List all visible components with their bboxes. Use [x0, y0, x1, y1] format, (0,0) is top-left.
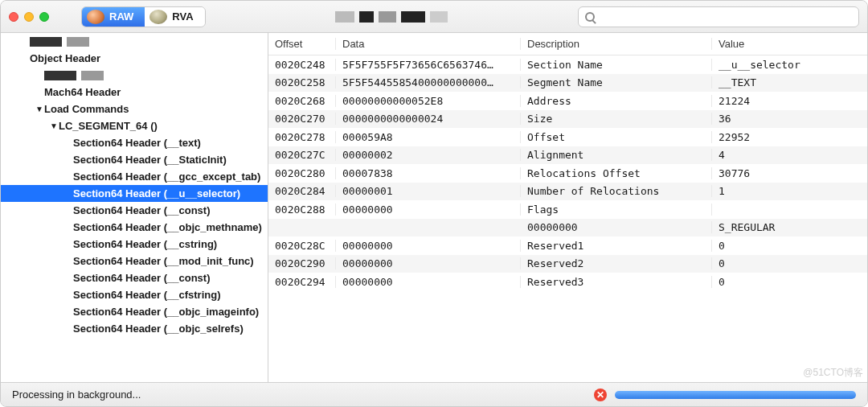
cell-offset: 0020C27C [268, 149, 336, 161]
search-icon [585, 12, 595, 22]
table-row[interactable]: 0020C2700000000000000024Size36 [268, 110, 867, 129]
cell-description: Reserved2 [521, 257, 712, 269]
tree-item[interactable]: Section64 Header (__objc_imageinfo) [1, 303, 268, 320]
table-row[interactable]: 0020C28C00000000Reserved10 [268, 236, 867, 255]
cell-data: 00000000 [336, 276, 521, 288]
table-row[interactable]: 00000000S_REGULAR [268, 219, 867, 237]
tree-item[interactable]: ▼LC_SEGMENT_64 () [1, 117, 268, 134]
tree-item-label: Section64 Header (__cstring) [73, 238, 217, 250]
cell-data: 00000000 [336, 204, 521, 216]
cell-description: Relocations Offset [521, 167, 712, 179]
cell-offset: 0020C278 [268, 131, 336, 143]
tree-item-label: Mach64 Header [44, 86, 121, 98]
tree-item[interactable]: Mach64 Header [1, 84, 268, 101]
cell-value: 22952 [712, 131, 867, 143]
tree-item-label: Section64 Header (__u__selector) [73, 187, 240, 199]
cell-value: __u__selector [712, 59, 867, 71]
titlebar: RAW RVA [1, 1, 867, 33]
tree-item[interactable]: Section64 Header (__mod_init_func) [1, 253, 268, 269]
tab-label: RVA [172, 10, 193, 23]
cell-description: Size [521, 113, 712, 125]
cell-description: Address [521, 95, 712, 107]
cell-offset: 0020C248 [268, 59, 336, 71]
tree-item[interactable]: Section64 Header (__const) [1, 202, 268, 219]
tree-item[interactable]: Section64 Header (__objc_methname) [1, 219, 268, 236]
tree-item-label: Object Header [30, 52, 100, 64]
content: Object HeaderMach64 Header▼Load Commands… [1, 33, 867, 382]
tree-item[interactable]: Section64 Header (__u__selector) [1, 185, 268, 202]
cell-value: 21224 [712, 95, 867, 107]
cell-value: 0 [712, 240, 867, 252]
cell-offset: 0020C28C [268, 240, 336, 252]
tab-rva[interactable]: RVA [145, 7, 204, 27]
cell-data: 00007838 [336, 167, 521, 179]
tab-raw[interactable]: RAW [82, 7, 145, 27]
cell-offset: 0020C280 [268, 167, 336, 179]
cell-value: 30776 [712, 167, 867, 179]
col-offset[interactable]: Offset [268, 38, 336, 50]
cell-data: 5F5F5445585400000000000… [336, 76, 521, 88]
search-field[interactable] [578, 6, 859, 27]
tree-item[interactable] [1, 67, 268, 84]
cell-offset: 0020C268 [268, 95, 336, 107]
tree-item-label: Load Commands [44, 103, 129, 115]
table-row[interactable]: 0020C29400000000Reserved30 [268, 273, 867, 291]
tree-item[interactable]: Section64 Header (__cstring) [1, 236, 268, 253]
tab-label: RAW [109, 10, 133, 23]
cell-value: 36 [712, 113, 867, 125]
tree-item[interactable]: Section64 Header (__StaticInit) [1, 151, 268, 168]
tree-item[interactable]: Section64 Header (__const) [1, 269, 268, 286]
col-value[interactable]: Value [712, 38, 867, 50]
table-row[interactable]: 0020C278000059A8Offset22952 [268, 128, 867, 146]
title-center [206, 11, 578, 23]
table-row[interactable]: 0020C2485F5F755F5F73656C6563746…Section … [268, 56, 867, 74]
tree-item[interactable]: Section64 Header (__objc_selrefs) [1, 320, 268, 337]
tree-item-label: Section64 Header (__text) [73, 137, 201, 149]
tree[interactable]: Object HeaderMach64 Header▼Load Commands… [1, 33, 268, 382]
disclosure-triangle-icon[interactable]: ▼ [35, 105, 44, 113]
error-icon[interactable]: ✕ [594, 388, 607, 401]
tree-item-label: Section64 Header (__cfstring) [73, 289, 221, 301]
zoom-icon[interactable] [39, 12, 49, 22]
table-row[interactable]: 0020C2585F5F5445585400000000000…Segment … [268, 74, 867, 92]
tree-item-label: Section64 Header (__mod_init_func) [73, 255, 254, 267]
table-row[interactable]: 0020C28000007838Relocations Offset30776 [268, 164, 867, 183]
window: RAW RVA Object HeaderMach64 Header▼Load … [0, 0, 868, 407]
tree-item[interactable]: Section64 Header (__gcc_except_tab) [1, 168, 268, 185]
progress-bar [615, 391, 856, 399]
table-row[interactable]: 0020C27C00000002Alignment4 [268, 146, 867, 165]
window-controls [9, 12, 49, 22]
cell-description: Section Name [521, 59, 712, 71]
cell-description: Alignment [521, 149, 712, 161]
col-desc[interactable]: Description [521, 38, 712, 50]
minimize-icon[interactable] [24, 12, 34, 22]
cell-offset: 0020C284 [268, 185, 336, 197]
cell-value: 1 [712, 185, 867, 197]
cell-data: 00000001 [336, 185, 521, 197]
tree-item[interactable] [1, 33, 268, 50]
tree-item-label: Section64 Header (__StaticInit) [73, 154, 227, 166]
tree-item[interactable]: Section64 Header (__cfstring) [1, 286, 268, 303]
cell-offset: 0020C270 [268, 113, 336, 125]
tree-item[interactable]: Object Header [1, 50, 268, 67]
table-row[interactable]: 0020C28400000001Number of Relocations1 [268, 183, 867, 201]
cell-data: 000059A8 [336, 131, 521, 143]
table: Offset Data Description Value 0020C2485F… [268, 33, 867, 382]
cell-data: 0000000000000024 [336, 113, 521, 125]
close-icon[interactable] [9, 12, 18, 22]
table-row[interactable]: 0020C29000000000Reserved20 [268, 255, 867, 273]
table-row[interactable]: 0020C28800000000Flags [268, 200, 867, 219]
search-input[interactable] [600, 10, 852, 23]
tree-item[interactable]: ▼Load Commands [1, 101, 268, 117]
cell-description: Reserved3 [521, 276, 712, 288]
col-data[interactable]: Data [336, 38, 521, 50]
tree-item[interactable]: Section64 Header (__text) [1, 134, 268, 151]
cell-description: Flags [521, 204, 712, 216]
disclosure-triangle-icon[interactable]: ▼ [49, 121, 59, 130]
segmented-control: RAW RVA [81, 6, 206, 27]
cell-value: __TEXT [712, 76, 867, 88]
cell-value: S_REGULAR [712, 221, 867, 233]
table-row[interactable]: 0020C26800000000000052E8Address21224 [268, 92, 867, 110]
table-body[interactable]: 0020C2485F5F755F5F73656C6563746…Section … [268, 56, 867, 382]
cell-data: 00000000 [336, 257, 521, 269]
